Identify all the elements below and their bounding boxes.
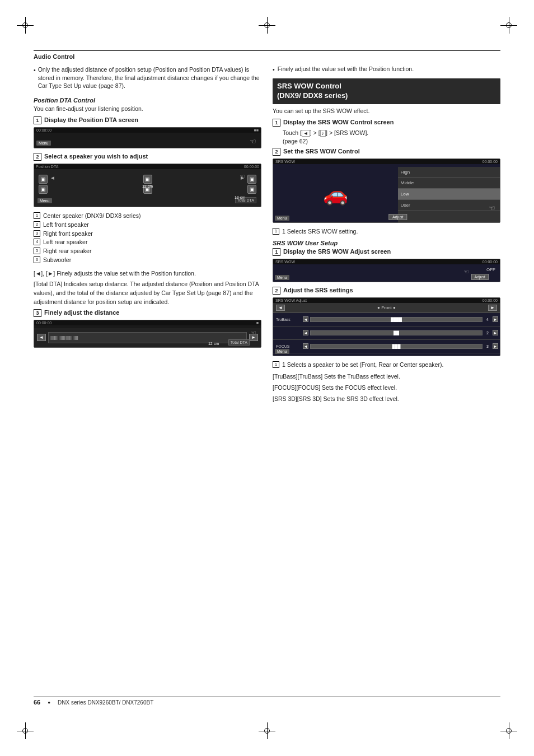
trubass-next2[interactable]: ► (493, 330, 498, 335)
page-footer: 66 ● DNX series DNX9260BT/ DNX7260BT (34, 696, 500, 706)
srs-screen-title: SRS WOW (275, 160, 295, 164)
focus-next[interactable]: ► (493, 343, 498, 349)
screen1-time: 00:00:00 (36, 128, 51, 132)
trubass-prev[interactable]: ◄ (303, 316, 308, 322)
touch-instr: Touch [◄] > [♪] > [SRS WOW]. (283, 129, 500, 136)
right-column: • Finely adjust the value set with the P… (273, 66, 500, 406)
bullet-symbol: • (34, 66, 36, 90)
speaker-lf: ▣ (39, 175, 48, 184)
srs-title: SRS WOW Control (DNX9/ DDX8 series) (277, 82, 496, 101)
item-label-5: Right rear speaker (43, 247, 91, 256)
settings-note1-num: 1 (273, 361, 279, 368)
focus-desc: [FOCUS][FOCUS] Sets the FOCUS effect lev… (273, 384, 500, 393)
total-dta-text: Indicates setup distance. The adjusted d… (34, 281, 259, 305)
item-num-1: 1 (34, 212, 40, 219)
trubass-next[interactable]: ► (493, 316, 498, 322)
speaker-rr: ▣ (247, 185, 256, 194)
srs-touch-icon: ☜ (489, 204, 495, 212)
settings-menu-btn[interactable]: Menu (275, 349, 289, 354)
settings-note1-text: 1 Selects a speaker to be set (Front, Re… (282, 361, 443, 370)
focus-label: FOCUS (273, 344, 301, 348)
srs-ustep1-label: Display the SRS WOW Adjust screen (283, 248, 391, 255)
srs-options-panel: High Middle Low User Off (398, 167, 500, 222)
item-num-5: 5 (34, 248, 40, 254)
srs-user-setup-title: SRS WOW User Setup (273, 240, 500, 246)
item-num-3: 3 (34, 230, 40, 237)
footer-bullet: ● (48, 700, 50, 705)
position-dta-title: Position DTA Control (34, 97, 261, 104)
srs-option-low[interactable]: Low (398, 189, 500, 200)
trubass-val2: 2 (484, 331, 491, 335)
screen1-status: ■■ (254, 128, 259, 132)
screen3-time: 00:00:00 (36, 321, 51, 325)
spk-label: ● Front ● (287, 305, 486, 310)
dist-val-3: 12 cm (208, 342, 219, 346)
spk-prev-btn[interactable]: ◄ (276, 305, 285, 311)
adj-btn-bottom[interactable]: Adjust (471, 274, 489, 280)
item-label-2: Left front speaker (43, 221, 89, 230)
page-content: Audio Control • Only the adjusted distan… (34, 50, 500, 706)
focus-prev[interactable]: ◄ (303, 343, 308, 349)
srs-screen-time: 00:00:00 (483, 160, 498, 164)
step3-heading: 3 Finely adjust the distance (34, 309, 261, 317)
adj-screen-title: SRS WOW (275, 260, 295, 264)
reg-mark-tl (17, 17, 34, 34)
srs-option-off[interactable]: Off (398, 211, 500, 222)
item-label-1: Center speaker (DNX9/ DDX8 series) (43, 212, 140, 221)
reg-mark-tr (500, 17, 517, 34)
speaker-lr: ▣ (39, 185, 48, 194)
settings-header: SRS WOW Adjust 00:00:00 (273, 298, 500, 303)
trubass-row2: ◄ ██ 2 ► (273, 326, 500, 340)
srs-option-high[interactable]: High (398, 167, 500, 178)
settings-speaker-row: ◄ ● Front ● ► (273, 303, 500, 313)
srs3d-desc: [SRS 3D][SRS 3D] Sets the SRS 3D effect … (273, 395, 500, 404)
focus-bar: ███ (310, 344, 483, 349)
reg-mark-tc (259, 17, 275, 34)
srs-title-line2: (DNX9/ DDX8 series) (277, 91, 348, 100)
trubass-prev2[interactable]: ◄ (303, 330, 308, 335)
srs-header-box: SRS WOW Control (DNX9/ DDX8 series) (273, 78, 500, 104)
reg-mark-bl (17, 722, 34, 739)
menu-btn-1[interactable]: Menu (36, 141, 51, 146)
right-note: • Finely adjust the value set with the P… (273, 66, 500, 73)
speaker-rf: ▣ (247, 175, 256, 184)
nav-left-1: ◄ (50, 175, 55, 181)
focus-row: FOCUS ◄ ███ 3 ► (273, 340, 500, 353)
adj-screen-time: 00:00:00 (483, 260, 498, 264)
trubass-controls2: ◄ ██ 2 ► (301, 330, 500, 335)
srs-step1-heading: 1 Display the SRS WOW Control screen (273, 119, 500, 127)
srs-note1: 1 1 Selects SRS WOW setting. (273, 227, 500, 236)
srs-step1-num: 1 (273, 119, 280, 127)
trubass-val: 4 (484, 318, 491, 321)
car-graphic: 🚗 (323, 184, 348, 204)
right-note-text: Finely adjust the value set with the Pos… (278, 66, 414, 73)
item-num-4: 4 (34, 239, 40, 245)
srs-menu-btn[interactable]: Menu (275, 216, 289, 221)
settings-title: SRS WOW Adjust (275, 298, 307, 302)
menu-btn-2[interactable]: Menu (38, 198, 52, 203)
srs-option-middle[interactable]: Middle (398, 178, 500, 189)
item-label-4: Left rear speaker (43, 238, 87, 247)
srs-ustep1-num: 1 (273, 248, 280, 256)
srs-step2-label: Set the SRS WOW Control (283, 148, 360, 155)
step1-label: Display the Position DTA screen (44, 116, 138, 123)
spk-next-btn[interactable]: ► (488, 305, 497, 311)
section-header: Audio Control (34, 50, 500, 60)
settings-time: 00:00:00 (483, 298, 498, 302)
trubass-bar2: ██ (310, 330, 483, 335)
srs-ustep2-num: 2 (273, 287, 280, 295)
adjust-btn[interactable]: Adjust (388, 214, 407, 220)
adj-menu-btn[interactable]: Menu (275, 275, 289, 280)
trubass-label: TruBass (273, 318, 301, 321)
screen-pos-dta-1: 00:00:00 ■■ Menu ☜ (34, 127, 261, 148)
srs-ustep2-heading: 2 Adjust the SRS settings (273, 287, 500, 295)
step1-heading: 1 Display the Position DTA screen (34, 116, 261, 124)
srs-settings-screen: SRS WOW Adjust 00:00:00 ◄ ● Front ● ► Tr… (273, 297, 500, 356)
srs-option-user[interactable]: User (398, 200, 500, 211)
item-label-3: Right front speaker (43, 230, 93, 239)
off-label: OFF (486, 267, 495, 272)
srs-desc: You can set up the SRS WOW effect. (273, 108, 500, 114)
btn-prev[interactable]: ◄ (37, 334, 46, 341)
left-column: • Only the adjusted distance of position… (34, 66, 261, 406)
item-num-2: 2 (34, 221, 40, 228)
